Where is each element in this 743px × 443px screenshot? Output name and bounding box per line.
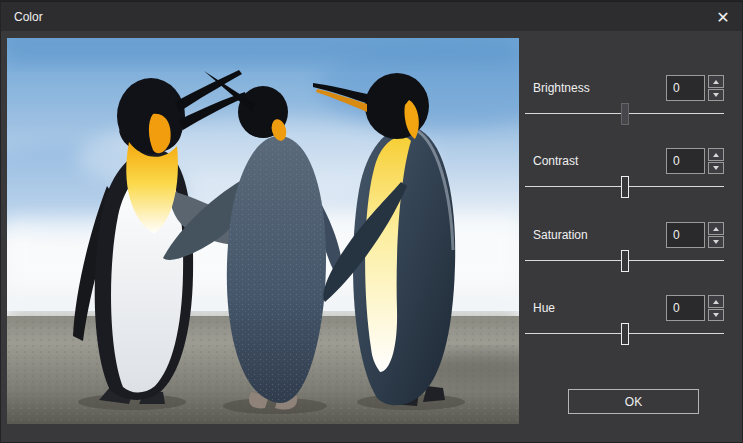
slider-thumb-brightness[interactable] <box>621 103 629 125</box>
slider-saturation[interactable] <box>525 250 724 272</box>
slider-thumb-hue[interactable] <box>621 323 629 345</box>
ok-button[interactable]: OK <box>568 389 699 414</box>
arrow-down-icon <box>713 240 719 244</box>
spinner <box>708 295 724 321</box>
value-input-contrast[interactable] <box>666 148 705 174</box>
spin-up-brightness[interactable] <box>708 75 724 88</box>
adjustment-row-hue: Hue <box>525 295 724 359</box>
dialog-title: Color <box>14 2 43 32</box>
arrow-down-icon <box>713 93 719 97</box>
adjustment-row-saturation: Saturation <box>525 222 724 286</box>
spin-up-saturation[interactable] <box>708 222 724 235</box>
adjustment-row-contrast: Contrast <box>525 148 724 212</box>
spinner <box>708 148 724 174</box>
preview-image <box>7 38 519 424</box>
spin-down-saturation[interactable] <box>708 236 724 248</box>
adjustments-panel: Brightness Contrast <box>525 1 724 443</box>
color-dialog: Color ✕ <box>0 0 743 443</box>
spinner <box>708 222 724 248</box>
slider-contrast[interactable] <box>525 176 724 198</box>
arrow-up-icon <box>713 227 719 231</box>
value-input-saturation[interactable] <box>666 222 705 248</box>
label-hue: Hue <box>533 295 555 321</box>
label-saturation: Saturation <box>533 222 588 248</box>
value-input-brightness[interactable] <box>666 75 705 101</box>
slider-hue[interactable] <box>525 323 724 345</box>
arrow-up-icon <box>713 153 719 157</box>
spin-down-brightness[interactable] <box>708 89 724 101</box>
spin-down-hue[interactable] <box>708 309 724 321</box>
arrow-up-icon <box>713 80 719 84</box>
penguins-image <box>7 38 519 424</box>
arrow-up-icon <box>713 300 719 304</box>
arrow-down-icon <box>713 313 719 317</box>
label-brightness: Brightness <box>533 75 590 101</box>
slider-thumb-contrast[interactable] <box>621 176 629 198</box>
spinner <box>708 75 724 101</box>
spin-up-hue[interactable] <box>708 295 724 308</box>
value-input-hue[interactable] <box>666 295 705 321</box>
spin-up-contrast[interactable] <box>708 148 724 161</box>
arrow-down-icon <box>713 166 719 170</box>
slider-thumb-saturation[interactable] <box>621 250 629 272</box>
spin-down-contrast[interactable] <box>708 162 724 174</box>
adjustment-row-brightness: Brightness <box>525 75 724 139</box>
slider-brightness[interactable] <box>525 103 724 125</box>
label-contrast: Contrast <box>533 148 578 174</box>
